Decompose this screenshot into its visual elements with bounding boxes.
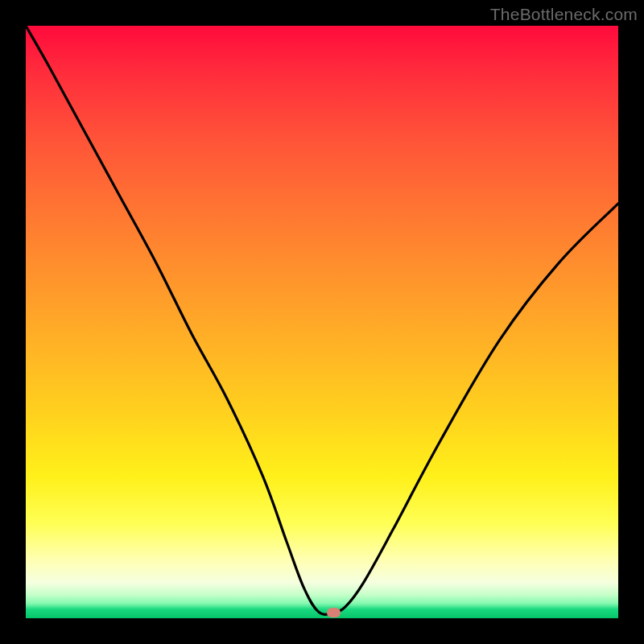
watermark-text: TheBottleneck.com [490,5,638,24]
plot-area [26,26,618,618]
optimal-point-marker [327,608,341,617]
chart-frame: TheBottleneck.com [0,0,644,644]
bottleneck-curve [26,26,618,618]
